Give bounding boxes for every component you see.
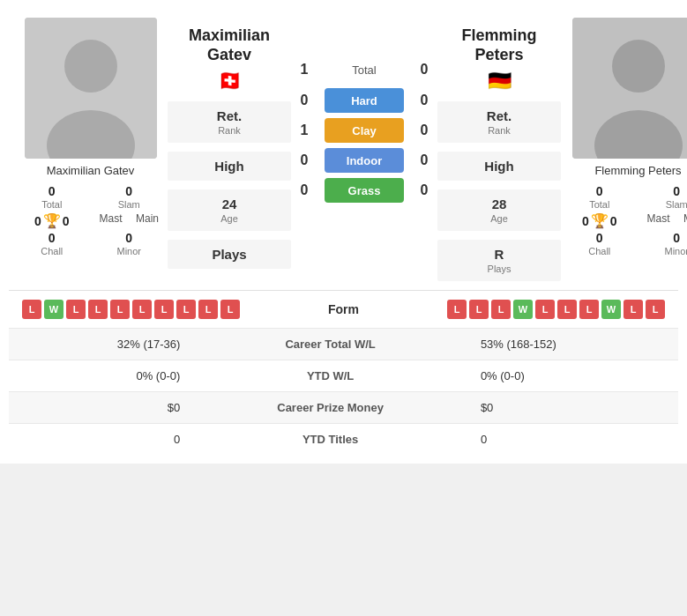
right-player-card: Flemming Peters 0 Total 0 Slam 0 🏆 0 xyxy=(561,18,687,281)
right-center-name: FlemmingPeters xyxy=(461,26,536,64)
prize-money-right: $0 xyxy=(467,392,678,424)
grass-surface-btn[interactable]: Grass xyxy=(325,178,404,203)
right-middle-info: FlemmingPeters 🇩🇪 Ret. Rank High 28 Age … xyxy=(437,18,561,281)
career-stats-table: 32% (17-36) Career Total W/L 53% (168-15… xyxy=(9,328,678,455)
right-form-badge-3: W xyxy=(513,300,533,319)
left-player-avatar xyxy=(25,18,157,159)
left-player-name: Maximilian Gatev xyxy=(47,164,135,177)
left-high-box: High xyxy=(168,152,291,181)
left-form-badge-0: L xyxy=(22,300,41,319)
right-player-name: Flemming Peters xyxy=(594,164,681,177)
right-form-badge-1: L xyxy=(469,300,489,319)
left-middle-info: MaximilianGatev 🇨🇭 Ret. Rank High 24 Age… xyxy=(168,18,291,281)
right-form-badge-0: L xyxy=(447,300,467,319)
svg-point-4 xyxy=(612,40,665,93)
right-form-badge-6: L xyxy=(579,300,599,319)
main-container: Maximilian Gatev 0 Total 0 Slam 0 🏆 0 xyxy=(0,0,687,464)
ytd-wl-left: 0% (0-0) xyxy=(9,360,193,392)
left-minor-stat: 0 Minor xyxy=(95,231,164,257)
right-total-stat: 0 Total xyxy=(565,184,634,211)
career-total-label: Career Total W/L xyxy=(193,329,467,360)
left-player-card: Maximilian Gatev 0 Total 0 Slam 0 🏆 0 xyxy=(13,18,168,281)
right-mast-stat: 0 🏆 0 xyxy=(565,212,634,229)
left-trophy-icon: 🏆 xyxy=(43,212,61,229)
prize-money-label: Career Prize Money xyxy=(193,392,467,424)
left-form-badges: L W L L L L L L L L xyxy=(22,300,240,319)
left-plays-box: Plays xyxy=(168,240,291,269)
left-form-badge-5: L xyxy=(132,300,152,319)
right-plays-box: R Plays xyxy=(437,240,561,281)
right-form-badge-8: L xyxy=(624,300,643,319)
left-form-badge-3: L xyxy=(88,300,108,319)
form-section: L W L L L L L L L L Form L L L W L L L W… xyxy=(9,290,678,328)
indoor-score-row: 0 Indoor 0 xyxy=(291,148,437,173)
right-rank-box: Ret. Rank xyxy=(437,101,561,143)
right-slam-stat: 0 Slam xyxy=(643,184,688,211)
prize-money-row: $0 Career Prize Money $0 xyxy=(9,392,678,424)
hard-surface-btn[interactable]: Hard xyxy=(325,88,404,113)
prize-money-left: $0 xyxy=(9,392,193,424)
left-player-stats: 0 Total 0 Slam 0 🏆 0 Mast Main xyxy=(13,184,168,257)
right-form-badge-9: L xyxy=(646,300,665,319)
right-flag: 🇩🇪 xyxy=(488,70,512,93)
hard-score-row: 0 Hard 0 xyxy=(291,88,437,113)
left-form-badge-7: L xyxy=(176,300,196,319)
ytd-titles-left: 0 xyxy=(9,424,193,456)
ytd-wl-row: 0% (0-0) YTD W/L 0% (0-0) xyxy=(9,360,678,392)
left-mast-stat: 0 🏆 0 xyxy=(18,212,86,229)
form-label: Form xyxy=(240,302,447,316)
indoor-surface-btn[interactable]: Indoor xyxy=(325,148,404,173)
left-form-badge-4: L xyxy=(110,300,130,319)
right-form-badges: L L L W L L L W L L xyxy=(447,300,665,319)
clay-score-row: 1 Clay 0 xyxy=(291,118,437,143)
right-high-box: High xyxy=(437,152,561,181)
career-total-row: 32% (17-36) Career Total W/L 53% (168-15… xyxy=(9,329,678,360)
ytd-titles-right: 0 xyxy=(467,424,678,456)
left-form-badge-6: L xyxy=(154,300,174,319)
right-form-badge-4: L xyxy=(535,300,555,319)
left-form-badge-2: L xyxy=(66,300,86,319)
left-rank-box: Ret. Rank xyxy=(168,101,291,143)
career-total-right: 53% (168-152) xyxy=(467,329,678,360)
left-flag: 🇨🇭 xyxy=(218,70,242,93)
left-chall-stat: 0 Chall xyxy=(18,231,86,257)
left-center-name: MaximilianGatev xyxy=(189,26,270,64)
right-form-badge-5: L xyxy=(557,300,577,319)
career-total-left: 32% (17-36) xyxy=(9,329,193,360)
left-age-box: 24 Age xyxy=(168,189,291,231)
right-player-avatar xyxy=(572,18,688,159)
right-age-box: 28 Age xyxy=(437,189,561,231)
left-slam-stat: 0 Slam xyxy=(95,184,164,211)
right-trophy-icon: 🏆 xyxy=(591,212,609,229)
clay-surface-btn[interactable]: Clay xyxy=(325,118,404,143)
ytd-wl-right: 0% (0-0) xyxy=(467,360,678,392)
right-form-badge-2: L xyxy=(491,300,511,319)
ytd-wl-label: YTD W/L xyxy=(193,360,467,392)
left-mast-label: Mast Main xyxy=(95,212,164,229)
ytd-titles-label: YTD Titles xyxy=(193,424,467,456)
right-player-stats: 0 Total 0 Slam 0 🏆 0 Mast Main xyxy=(561,184,687,257)
right-mast-label: Mast Main xyxy=(643,212,688,229)
players-section: Maximilian Gatev 0 Total 0 Slam 0 🏆 0 xyxy=(9,9,678,290)
total-score-row: 1 Total 0 xyxy=(291,62,437,78)
right-chall-stat: 0 Chall xyxy=(565,231,634,257)
grass-score-row: 0 Grass 0 xyxy=(291,178,437,203)
right-minor-stat: 0 Minor xyxy=(643,231,688,257)
right-form-badge-7: W xyxy=(601,300,621,319)
scores-section: 1 Total 0 0 Hard 0 1 Clay 0 0 Indoor 0 0 xyxy=(291,18,437,281)
left-form-badge-8: L xyxy=(198,300,218,319)
left-form-badge-1: W xyxy=(44,300,63,319)
left-total-stat: 0 Total xyxy=(18,184,86,211)
ytd-titles-row: 0 YTD Titles 0 xyxy=(9,424,678,456)
svg-point-1 xyxy=(64,40,117,93)
left-form-badge-9: L xyxy=(220,300,240,319)
